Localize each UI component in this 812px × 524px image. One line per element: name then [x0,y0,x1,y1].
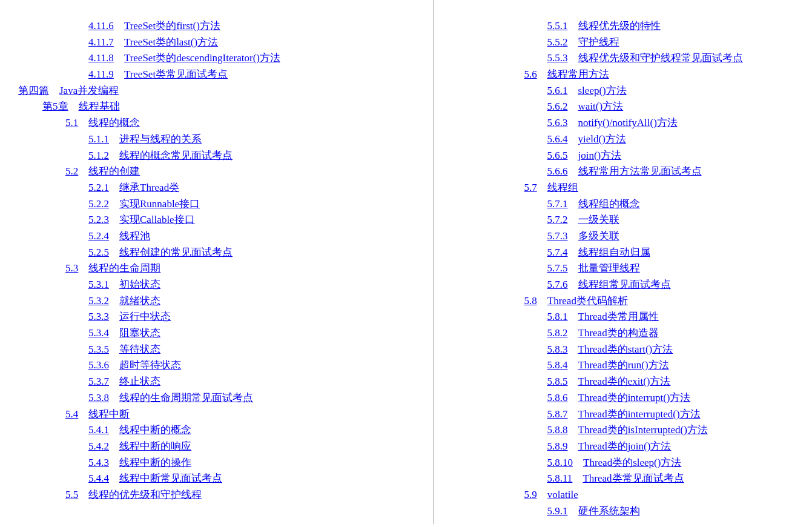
toc-title: 运行中状态 [119,311,171,322]
toc-entry: 5.2.5线程创建的常见面试考点 [18,245,382,261]
toc-number: 5.6.6 [547,165,568,177]
toc-number: 5.8.6 [547,392,568,403]
toc-link[interactable]: 5.6.6线程常用方法常见面试考点 [547,165,702,177]
toc-link[interactable]: 5.6线程常用方法 [524,68,609,80]
toc-link[interactable]: 5.3.1初始状态 [88,279,160,290]
toc-link[interactable]: 5.8.1Thread类常用属性 [547,311,659,322]
toc-link[interactable]: 5.6.4yield()方法 [547,133,626,145]
toc-link[interactable]: 5.3.7终止状态 [88,376,160,387]
toc-link[interactable]: 5.4线程中断 [65,408,130,420]
toc-container: 4.11.6TreeSet类的first()方法4.11.7TreeSet类的l… [0,0,812,524]
toc-link[interactable]: 5.9.1硬件系统架构 [547,505,640,517]
toc-link[interactable]: 5.2.4线程池 [88,230,150,242]
toc-link[interactable]: 5.2.2实现Runnable接口 [88,198,200,210]
toc-title: 就绪状态 [119,295,160,307]
toc-entry: 5.3.1初始状态 [18,277,382,293]
toc-number: 5.7.1 [547,198,568,210]
toc-link[interactable]: 5.5.1线程优先级的特性 [547,20,661,32]
toc-link[interactable]: 5.6.3notify()/notifyAll()方法 [547,117,678,128]
toc-link[interactable]: 5.4.4线程中断常见面试考点 [88,473,222,484]
toc-title: 终止状态 [119,376,160,387]
toc-link[interactable]: 5.7.1线程组的概念 [547,198,640,210]
toc-number: 5.5.1 [547,20,568,32]
toc-link[interactable]: 5.8.3Thread类的start()方法 [547,343,673,355]
toc-link[interactable]: 5.3.3运行中状态 [88,311,171,322]
toc-title: 实现Callable接口 [119,214,195,225]
toc-title: 继承Thread类 [119,182,179,193]
toc-number: 5.1 [65,117,78,128]
toc-link[interactable]: 4.11.6TreeSet类的first()方法 [88,20,220,32]
toc-title: 线程池 [119,230,150,242]
toc-link[interactable]: 5.1线程的概念 [65,117,140,128]
toc-entry: 5.8.5Thread类的exit()方法 [424,374,788,390]
toc-link[interactable]: 5.3.5等待状态 [88,343,160,355]
toc-entry: 5.8Thread类代码解析 [424,293,788,310]
toc-entry: 5.3.5等待状态 [18,342,382,358]
toc-title: sleep()方法 [578,85,627,96]
toc-link[interactable]: 4.11.9TreeSet类常见面试考点 [88,68,228,80]
toc-link[interactable]: 5.7.5批量管理线程 [547,262,640,274]
toc-link[interactable]: 5.4.3线程中断的操作 [88,457,191,468]
toc-title: 线程组常见面试考点 [578,279,671,290]
toc-link[interactable]: 5.3.4阻塞状态 [88,327,160,339]
toc-number: 5.2 [65,165,78,177]
toc-title: Thread类的构造器 [578,327,659,339]
toc-title: 线程创建的常见面试考点 [119,247,233,258]
toc-link[interactable]: 5.8.4Thread类的run()方法 [547,359,669,371]
toc-number: 5.2.5 [88,247,109,258]
toc-entry: 5.7.5批量管理线程 [424,260,788,277]
toc-link[interactable]: 5.8Thread类代码解析 [524,295,628,307]
toc-link[interactable]: 4.11.8TreeSet类的descendingIterator()方法 [88,52,280,64]
toc-entry: 5.7.2一级关联 [424,212,788,228]
toc-link[interactable]: 5.4.1线程中断的概念 [88,424,191,436]
toc-link[interactable]: 5.5.3线程优先级和守护线程常见面试考点 [547,52,743,64]
toc-link[interactable]: 5.3.8线程的生命周期常见面试考点 [88,392,253,403]
toc-link[interactable]: 5.2.5线程创建的常见面试考点 [88,247,233,258]
toc-link[interactable]: 5.7线程组 [524,182,578,193]
toc-link[interactable]: 5.2.3实现Callable接口 [88,214,195,225]
toc-link[interactable]: 5.3.2就绪状态 [88,295,160,307]
toc-link[interactable]: 5.2.1继承Thread类 [88,182,179,193]
toc-title: 线程常用方法 [547,68,609,80]
toc-title: 一级关联 [578,214,619,225]
toc-entry: 5.3.2就绪状态 [18,293,382,310]
toc-link[interactable]: 5.7.6线程组常见面试考点 [547,279,671,290]
toc-link[interactable]: 5.8.5Thread类的exit()方法 [547,376,671,387]
toc-entry: 5.5.2守护线程 [424,35,788,51]
toc-link[interactable]: 5.8.11Thread类常见面试考点 [547,473,684,484]
toc-link[interactable]: 5.8.6Thread类的interrupt()方法 [547,392,691,403]
toc-link[interactable]: 5.8.10Thread类的sleep()方法 [547,457,682,468]
toc-link[interactable]: 5.3线程的生命周期 [65,262,160,274]
toc-link[interactable]: 5.7.3多级关联 [547,230,619,242]
toc-entry: 5.5.1线程优先级的特性 [424,18,788,35]
toc-link[interactable]: 5.5线程的优先级和守护线程 [65,489,202,500]
toc-link[interactable]: 5.6.1sleep()方法 [547,85,627,96]
toc-number: 5.5.2 [547,36,568,48]
toc-link[interactable]: 5.6.5join()方法 [547,150,622,161]
toc-number: 5.3.6 [88,359,109,371]
toc-link[interactable]: 5.1.2线程的概念常见面试考点 [88,150,233,161]
toc-link[interactable]: 5.2线程的创建 [65,165,140,177]
toc-link[interactable]: 5.6.2wait()方法 [547,101,624,112]
toc-link[interactable]: 5.8.8Thread类的isInterrupted()方法 [547,424,708,436]
toc-link[interactable]: 5.8.2Thread类的构造器 [547,327,659,339]
toc-number: 5.7.5 [547,262,568,274]
toc-link[interactable]: 5.9volatile [524,489,578,500]
toc-link[interactable]: 5.8.9Thread类的join()方法 [547,440,672,452]
toc-link[interactable]: 第5章线程基础 [42,101,120,112]
toc-entry: 5.6.4yield()方法 [424,131,788,148]
toc-link[interactable]: 第四篇Java并发编程 [18,85,119,96]
toc-link[interactable]: 5.8.7Thread类的interrupted()方法 [547,408,701,420]
toc-link[interactable]: 5.7.2一级关联 [547,214,619,225]
toc-link[interactable]: 4.11.7TreeSet类的last()方法 [88,36,218,48]
toc-number: 5.7 [524,182,537,193]
toc-link[interactable]: 5.1.1进程与线程的关系 [88,133,202,145]
toc-title: Thread类的sleep()方法 [583,457,681,468]
toc-link[interactable]: 5.5.2守护线程 [547,36,619,48]
toc-number: 5.3.7 [88,376,109,387]
toc-entry: 5.7.6线程组常见面试考点 [424,277,788,293]
toc-link[interactable]: 5.3.6超时等待状态 [88,359,181,371]
toc-link[interactable]: 5.4.2线程中断的响应 [88,440,191,452]
toc-link[interactable]: 5.7.4线程组自动归属 [547,247,650,258]
toc-title: 线程基础 [79,101,120,112]
